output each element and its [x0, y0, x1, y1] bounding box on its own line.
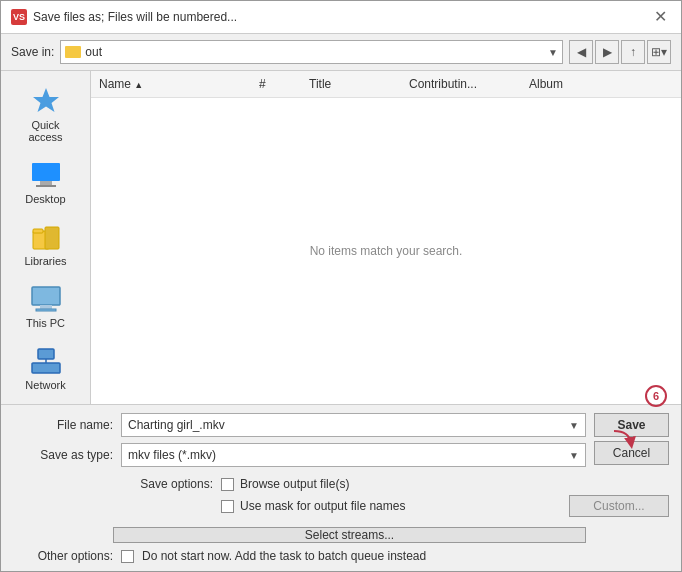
savetype-value: mkv files (*.mkv): [128, 448, 569, 462]
svg-rect-2: [40, 181, 52, 185]
sidebar-item-this-pc[interactable]: This PC: [6, 277, 86, 335]
save-in-combo[interactable]: out ▼: [60, 40, 563, 64]
browse-checkbox[interactable]: [221, 478, 234, 491]
column-album[interactable]: Album: [521, 75, 681, 93]
save-options: Save options: Browse output file(s) Use …: [113, 473, 669, 521]
network-label: Network: [25, 379, 65, 391]
mask-checkbox[interactable]: [221, 500, 234, 513]
sidebar-item-network[interactable]: Network: [6, 339, 86, 397]
svg-rect-10: [38, 349, 54, 359]
back-button[interactable]: ◀: [569, 40, 593, 64]
bottom-area: File name: Charting girl_.mkv ▼ Save as …: [1, 404, 681, 571]
network-icon: [30, 345, 62, 377]
annotation-circle: 6: [645, 385, 667, 407]
svg-rect-11: [32, 363, 60, 373]
batch-checkbox[interactable]: [121, 550, 134, 563]
save-options-label: Save options:: [113, 477, 213, 491]
libraries-label: Libraries: [24, 255, 66, 267]
dropdown-arrow-icon: ▼: [548, 47, 558, 58]
other-options-row: Other options: Do not start now. Add the…: [13, 549, 669, 563]
browse-label: Browse output file(s): [240, 477, 349, 491]
filename-label: File name:: [13, 418, 113, 432]
svg-rect-3: [36, 185, 56, 187]
filename-value: Charting girl_.mkv: [128, 418, 569, 432]
view-menu-button[interactable]: ⊞▾: [647, 40, 671, 64]
save-options-row: Save options: Browse output file(s): [113, 477, 669, 491]
batch-label: Do not start now. Add the task to batch …: [142, 549, 426, 563]
dialog-title: Save files as; Files will be numbered...: [33, 10, 237, 24]
save-in-value: out: [85, 45, 544, 59]
select-streams-button[interactable]: Select streams...: [113, 527, 586, 543]
svg-rect-6: [45, 227, 59, 249]
filename-input[interactable]: Charting girl_.mkv ▼: [121, 413, 586, 437]
filename-row-group: File name: Charting girl_.mkv ▼ Save as …: [13, 413, 669, 467]
file-list-area: Name ▲ # Title Contributin... Album No i…: [91, 71, 681, 404]
save-dialog: VS Save files as; Files will be numbered…: [0, 0, 682, 572]
this-pc-label: This PC: [26, 317, 65, 329]
mask-option-row: Use mask for output file names Custom...: [113, 495, 669, 517]
app-logo: VS: [11, 9, 27, 25]
other-options-label: Other options:: [13, 549, 113, 563]
filename-row: File name: Charting girl_.mkv ▼: [13, 413, 586, 437]
filename-dropdown-icon: ▼: [569, 420, 579, 431]
navigation-toolbar: ◀ ▶ ↑ ⊞▾: [569, 40, 671, 64]
sidebar-item-quick-access[interactable]: Quick access: [6, 79, 86, 149]
main-area: Quick access Desktop: [1, 70, 681, 404]
mask-label: Use mask for output file names: [240, 499, 405, 513]
this-pc-icon: [30, 283, 62, 315]
save-in-bar: Save in: out ▼ ◀ ▶ ↑ ⊞▾: [1, 34, 681, 70]
column-hash[interactable]: #: [251, 75, 301, 93]
savetype-row: Save as type: mkv files (*.mkv) ▼: [13, 443, 586, 467]
quick-access-icon: [30, 85, 62, 117]
sidebar-item-libraries[interactable]: Libraries: [6, 215, 86, 273]
folder-icon: [65, 46, 81, 58]
column-contributing[interactable]: Contributin...: [401, 75, 521, 93]
savetype-dropdown-icon: ▼: [569, 450, 579, 461]
up-button[interactable]: ↑: [621, 40, 645, 64]
custom-button: Custom...: [569, 495, 669, 517]
forward-button[interactable]: ▶: [595, 40, 619, 64]
svg-rect-7: [32, 287, 60, 305]
svg-rect-9: [36, 309, 56, 311]
arrow-annotation: [609, 429, 639, 449]
column-name[interactable]: Name ▲: [91, 75, 251, 93]
file-list-header: Name ▲ # Title Contributin... Album: [91, 71, 681, 98]
title-bar: VS Save files as; Files will be numbered…: [1, 1, 681, 34]
column-title[interactable]: Title: [301, 75, 401, 93]
form-rows: File name: Charting girl_.mkv ▼ Save as …: [13, 413, 586, 467]
action-buttons: 6 Save Cancel: [594, 413, 669, 465]
quick-access-label: Quick access: [14, 119, 78, 143]
desktop-icon: [30, 159, 62, 191]
savetype-label: Save as type:: [13, 448, 113, 462]
svg-rect-5: [33, 229, 43, 233]
svg-marker-0: [33, 88, 59, 112]
libraries-icon: [30, 221, 62, 253]
title-bar-left: VS Save files as; Files will be numbered…: [11, 9, 237, 25]
sort-arrow-icon: ▲: [134, 80, 143, 90]
svg-rect-8: [40, 305, 52, 309]
save-in-label: Save in:: [11, 45, 54, 59]
close-button[interactable]: ✕: [650, 9, 671, 25]
savetype-input[interactable]: mkv files (*.mkv) ▼: [121, 443, 586, 467]
sidebar-item-desktop[interactable]: Desktop: [6, 153, 86, 211]
save-button-wrapper: 6 Save: [594, 413, 669, 437]
sidebar: Quick access Desktop: [1, 71, 91, 404]
desktop-label: Desktop: [25, 193, 65, 205]
browse-option-row: Browse output file(s): [221, 477, 349, 491]
svg-rect-1: [32, 163, 60, 181]
file-list-empty: No items match your search.: [91, 98, 681, 404]
mask-row: Use mask for output file names Custom...: [221, 495, 669, 517]
